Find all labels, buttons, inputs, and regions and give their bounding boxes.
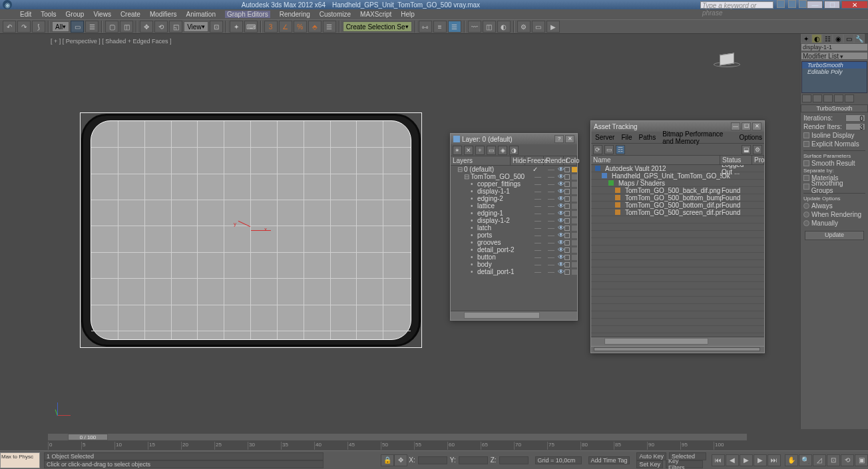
mirror-icon[interactable]: ⧟	[419, 21, 432, 33]
select-manip-icon[interactable]: ✦	[230, 21, 243, 33]
play-icon[interactable]: ▶	[740, 454, 753, 466]
tab-display-icon[interactable]: ▭	[843, 34, 854, 43]
layer-row[interactable]: •lattice——👁	[451, 202, 577, 210]
percent-snap-icon[interactable]: %	[294, 21, 307, 33]
refcoord-dropdown[interactable]: View ▾	[184, 21, 208, 32]
menu-animation[interactable]: Animation	[186, 11, 215, 18]
show-end-icon[interactable]	[813, 94, 822, 102]
smoothgroups-checkbox[interactable]	[803, 184, 809, 190]
menu-customize[interactable]: Customize	[320, 11, 351, 18]
goto-end-icon[interactable]: ⏭	[767, 454, 781, 466]
close-button[interactable]: ✕	[841, 1, 868, 9]
panel-close-button[interactable]: ✕	[565, 135, 574, 143]
hide-unhide-icon[interactable]: ◑	[509, 146, 519, 155]
align-icon[interactable]: ≡	[433, 21, 447, 33]
tab-modify-icon[interactable]: ◐	[811, 34, 822, 43]
time-slider[interactable]: 0 / 100	[48, 434, 747, 440]
asset-min-button[interactable]: —	[731, 122, 740, 130]
asset-row[interactable]: TomTom_GO_500_bottom_dif.pngFound	[591, 202, 764, 209]
help-icon[interactable]	[799, 0, 807, 8]
layer-row[interactable]: •display-1-1——👁	[451, 188, 577, 195]
infocenter-icon[interactable]	[777, 0, 785, 8]
schematic-icon[interactable]: ◫	[483, 21, 496, 33]
col-name[interactable]: Name	[591, 156, 720, 164]
render-icon[interactable]: ▶	[546, 21, 560, 33]
help-search-input[interactable]: Type a keyword or phrase	[700, 1, 773, 9]
col-color[interactable]: Colo	[564, 156, 577, 165]
asset-row[interactable]: TomTom_GO_500_back_dif.pngFound	[591, 187, 764, 194]
curve-editor-icon[interactable]: 〰	[468, 21, 481, 33]
modifier-list-dropdown[interactable]: Modifier List ▾	[801, 52, 868, 60]
layer-row[interactable]: •edging-2——👁	[451, 195, 577, 202]
menu-tools[interactable]: Tools	[41, 11, 56, 18]
layer-row[interactable]: •copper_fittings——👁	[451, 180, 577, 188]
tab-hierarchy-icon[interactable]: ☷	[822, 34, 833, 43]
asset-row[interactable]: Maps / Shaders	[591, 180, 764, 187]
tab-motion-icon[interactable]: ◉	[833, 34, 843, 43]
renderiters-spinner[interactable]: 3	[845, 123, 865, 130]
menu-views[interactable]: Views	[93, 11, 111, 18]
pin-stack-icon[interactable]	[802, 94, 811, 102]
window-cross-icon[interactable]: ◫	[120, 21, 133, 33]
panel-help-button[interactable]: ?	[554, 135, 564, 143]
iterations-spinner[interactable]: 0	[845, 114, 865, 122]
asset-menu-options[interactable]: Options	[740, 134, 762, 141]
layer-row[interactable]: •button——👁	[451, 253, 577, 261]
layer-row[interactable]: ⊟0 (default)✓—👁	[451, 166, 577, 173]
edit-selset-icon[interactable]: ☰	[323, 21, 336, 33]
redo-icon[interactable]: ↷	[17, 21, 31, 33]
new-layer-icon[interactable]: ✶	[453, 146, 462, 155]
nav-maxview-icon[interactable]: ▣	[855, 454, 868, 466]
object-name-field[interactable]: display-1-1	[801, 43, 868, 51]
asset-refresh-icon[interactable]: ⟳	[593, 145, 602, 154]
star-icon[interactable]	[788, 0, 796, 8]
unique-icon[interactable]	[823, 94, 833, 102]
lock-selection-icon[interactable]: 🔒	[381, 454, 394, 466]
layer-row[interactable]: •detail_port-1——👁	[451, 268, 577, 275]
asset-row[interactable]: TomTom_GO_500_screen_dif.pngFound	[591, 209, 764, 216]
link-icon[interactable]: ⟆	[32, 21, 45, 33]
keyboard-icon[interactable]: ⌨	[244, 21, 258, 33]
autokey-button[interactable]: Auto Key	[636, 452, 666, 460]
asset-status-icon[interactable]: ⬓	[742, 145, 751, 154]
scale-icon[interactable]: ◱	[169, 21, 182, 33]
select-layer-icon[interactable]: ▭	[487, 146, 496, 155]
rollout-turbosmooth[interactable]: TurboSmooth	[801, 104, 868, 112]
add-to-layer-icon[interactable]: +	[475, 146, 485, 155]
abs-transform-icon[interactable]: ✥	[394, 454, 407, 466]
materials-checkbox[interactable]	[803, 175, 809, 181]
angle-snap-icon[interactable]: ∠	[279, 21, 292, 33]
keyfilters-button[interactable]: Key Filters...	[666, 460, 703, 468]
layer-row[interactable]: ⊟TomTom_GO_500——👁	[451, 173, 577, 180]
maximize-button[interactable]: ☐	[824, 1, 840, 9]
asset-close-button[interactable]: ✕	[752, 122, 761, 130]
mod-turbosmooth[interactable]: TurboSmooth	[802, 62, 867, 69]
asset-menu-bitmap[interactable]: Bitmap Performance and Memory	[662, 130, 732, 145]
menu-grapheditors[interactable]: Graph Editors	[225, 11, 270, 18]
app-logo-icon[interactable]: ◉	[3, 0, 12, 9]
undo-icon[interactable]: ↶	[3, 21, 16, 33]
addtimetag-button[interactable]: Add Time Tag	[588, 456, 630, 464]
asset-row[interactable]: Autodesk Vault 2012Logged Out ...	[591, 165, 764, 172]
asset-menu-server[interactable]: Server	[595, 134, 614, 141]
remove-mod-icon[interactable]	[834, 94, 843, 102]
select-object-icon[interactable]: ▭	[71, 21, 84, 33]
asset-resize-scroll[interactable]	[594, 347, 760, 351]
select-name-icon[interactable]: ☰	[85, 21, 99, 33]
col-render[interactable]: Render	[544, 156, 564, 165]
col-hide[interactable]: Hide	[511, 156, 525, 165]
prev-frame-icon[interactable]: ◀	[726, 454, 739, 466]
menu-maxscript[interactable]: MAXScript	[360, 11, 391, 18]
always-radio[interactable]	[803, 203, 809, 209]
modifier-stack[interactable]: TurboSmooth Editable Poly	[801, 61, 867, 93]
time-knob[interactable]: 0 / 100	[68, 434, 108, 440]
menu-edit[interactable]: Edit	[20, 11, 31, 18]
menu-modifiers[interactable]: Modifiers	[150, 11, 177, 18]
pivot-icon[interactable]: ⊡	[210, 21, 223, 33]
asset-menu-file[interactable]: File	[621, 134, 632, 141]
layer-row[interactable]: •display-1-2——👁	[451, 217, 577, 224]
update-button[interactable]: Update	[805, 231, 864, 240]
menu-create[interactable]: Create	[120, 11, 140, 18]
delete-layer-icon[interactable]: ✕	[464, 146, 473, 155]
nav-zoomext-icon[interactable]: ⊡	[827, 454, 840, 466]
